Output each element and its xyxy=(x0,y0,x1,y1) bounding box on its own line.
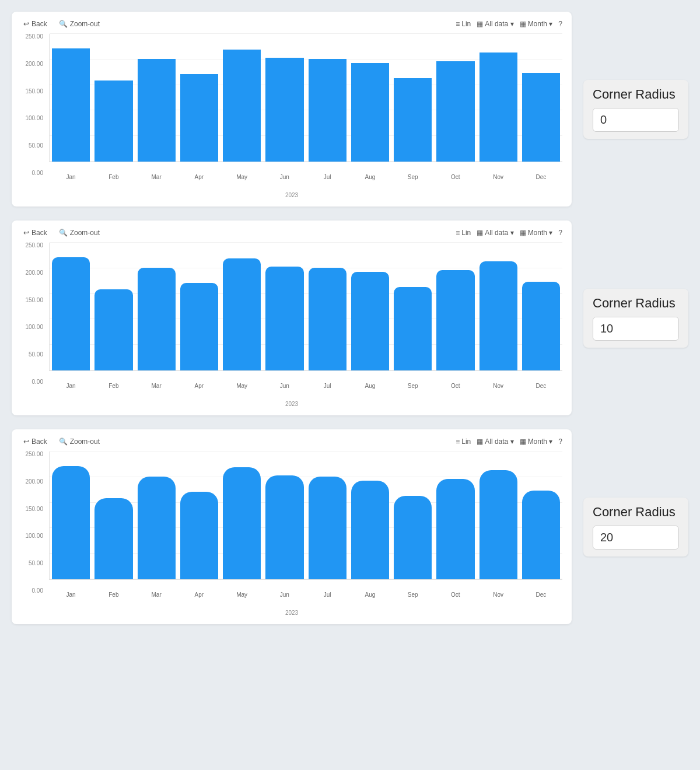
bar-group: Nov xyxy=(477,452,520,579)
bar[interactable] xyxy=(180,283,218,370)
bar-label-group: Jan xyxy=(66,174,76,180)
bar[interactable] xyxy=(94,289,132,370)
bar[interactable] xyxy=(265,475,303,579)
toolbar-right: ≡ Lin ▦ All data ▾ ▦ Month ▾ ? xyxy=(456,229,562,237)
bar[interactable] xyxy=(138,477,176,579)
bar[interactable] xyxy=(180,492,218,579)
chart-toolbar-3: ↩ Back 🔍 Zoom-out ≡ Lin ▦ All data ▾ ▦ M… xyxy=(21,436,562,447)
bar-group: Jun xyxy=(263,452,306,579)
bar[interactable] xyxy=(480,261,517,370)
radius-value-input[interactable] xyxy=(593,108,679,131)
bar[interactable] xyxy=(138,59,176,162)
bar-label-group: Aug xyxy=(365,592,375,598)
bar-group: Aug xyxy=(349,34,391,162)
radius-value-input[interactable] xyxy=(593,526,679,549)
bar-month-label: Nov xyxy=(493,592,503,598)
bar-label-group: Jun xyxy=(280,383,289,389)
bar-month-label: Oct xyxy=(451,174,460,180)
bar-group: Dec xyxy=(520,243,562,370)
bar-group: Nov xyxy=(477,34,520,162)
help-icon[interactable]: ? xyxy=(558,438,562,446)
bar[interactable] xyxy=(265,58,303,162)
zoom-out-button[interactable]: 🔍 Zoom-out xyxy=(57,228,102,238)
y-label: 0.00 xyxy=(21,379,47,385)
list-icon: ≡ xyxy=(456,438,460,446)
bar[interactable] xyxy=(223,467,261,579)
zoom-icon: 🔍 xyxy=(59,438,68,446)
toolbar-left: ↩ Back 🔍 Zoom-out xyxy=(21,436,102,447)
bar[interactable] xyxy=(265,267,303,370)
bar-month-label: Jan xyxy=(66,592,76,598)
radius-control-label: Corner Radius xyxy=(593,505,676,520)
chart-row-2: ↩ Back 🔍 Zoom-out ≡ Lin ▦ All data ▾ ▦ M… xyxy=(12,220,688,415)
bar-group: Dec xyxy=(520,34,562,162)
bar[interactable] xyxy=(309,268,346,370)
bar[interactable] xyxy=(94,80,132,162)
bar[interactable] xyxy=(52,257,90,370)
bar[interactable] xyxy=(480,470,517,579)
bar[interactable] xyxy=(351,63,389,162)
back-button[interactable]: ↩ Back xyxy=(21,228,50,238)
bar[interactable] xyxy=(351,481,389,579)
back-button[interactable]: ↩ Back xyxy=(21,436,50,447)
bar[interactable] xyxy=(522,282,560,370)
zoom-icon: 🔍 xyxy=(59,20,68,28)
bar-chart-icon: ▦ xyxy=(477,438,483,446)
bar-month-label: Jun xyxy=(280,383,289,389)
bar[interactable] xyxy=(180,74,218,162)
bar-month-label: Mar xyxy=(152,174,162,180)
bar-group: May xyxy=(220,452,263,579)
bar[interactable] xyxy=(480,52,517,162)
month-tag[interactable]: ▦ Month ▾ xyxy=(520,20,553,28)
radius-value-input[interactable] xyxy=(593,317,679,340)
bar[interactable] xyxy=(309,477,346,579)
bar[interactable] xyxy=(436,61,474,162)
chart-toolbar-2: ↩ Back 🔍 Zoom-out ≡ Lin ▦ All data ▾ ▦ M… xyxy=(21,228,562,238)
bar[interactable] xyxy=(52,48,90,162)
bar[interactable] xyxy=(394,496,432,579)
all-data-tag[interactable]: ▦ All data ▾ xyxy=(477,438,513,446)
help-icon[interactable]: ? xyxy=(558,229,562,237)
y-label: 200.00 xyxy=(21,61,47,67)
radius-input-row: ⌃ ⌄ xyxy=(593,108,679,132)
lin-tag: ≡ Lin xyxy=(456,20,471,28)
bar-label-group: May xyxy=(236,383,247,389)
bar[interactable] xyxy=(351,272,389,370)
bar[interactable] xyxy=(394,287,432,370)
bar-label-group: Jan xyxy=(66,592,76,598)
bars-container: JanFebMarAprMayJunJulAugSepOctNovDec xyxy=(49,34,562,162)
zoom-out-button[interactable]: 🔍 Zoom-out xyxy=(57,19,102,29)
bar-month-label: Aug xyxy=(365,592,375,598)
back-button[interactable]: ↩ Back xyxy=(21,19,50,29)
month-tag[interactable]: ▦ Month ▾ xyxy=(520,438,553,446)
all-data-tag[interactable]: ▦ All data ▾ xyxy=(477,229,513,237)
bar[interactable] xyxy=(394,78,432,162)
bar-group: Jun xyxy=(263,243,306,370)
bar-month-label: Sep xyxy=(408,383,418,389)
bar-month-label: Jan xyxy=(66,174,76,180)
help-icon[interactable]: ? xyxy=(558,20,562,28)
y-label: 50.00 xyxy=(21,352,47,358)
bar[interactable] xyxy=(138,268,176,370)
bars-container: JanFebMarAprMayJunJulAugSepOctNovDec xyxy=(49,243,562,371)
bar[interactable] xyxy=(94,498,132,579)
bar[interactable] xyxy=(223,50,261,162)
bar[interactable] xyxy=(436,270,474,370)
radius-control-label: Corner Radius xyxy=(593,296,676,311)
radius-control-3: Corner Radius ⌃ ⌄ xyxy=(583,498,688,556)
bar[interactable] xyxy=(309,59,346,162)
zoom-out-button[interactable]: 🔍 Zoom-out xyxy=(57,436,102,447)
back-arrow-icon: ↩ xyxy=(23,438,29,446)
bar[interactable] xyxy=(436,479,474,579)
main-container: ↩ Back 🔍 Zoom-out ≡ Lin ▦ All data ▾ ▦ M… xyxy=(12,12,688,624)
bar[interactable] xyxy=(522,73,560,162)
bar-group: Dec xyxy=(520,452,562,579)
bar[interactable] xyxy=(522,491,560,579)
bar-group: Oct xyxy=(434,243,477,370)
y-label: 250.00 xyxy=(21,243,47,249)
bar[interactable] xyxy=(223,258,261,370)
all-data-tag[interactable]: ▦ All data ▾ xyxy=(477,20,513,28)
month-tag[interactable]: ▦ Month ▾ xyxy=(520,229,553,237)
x-axis-year: 2023 xyxy=(21,401,562,407)
bar[interactable] xyxy=(52,466,90,579)
